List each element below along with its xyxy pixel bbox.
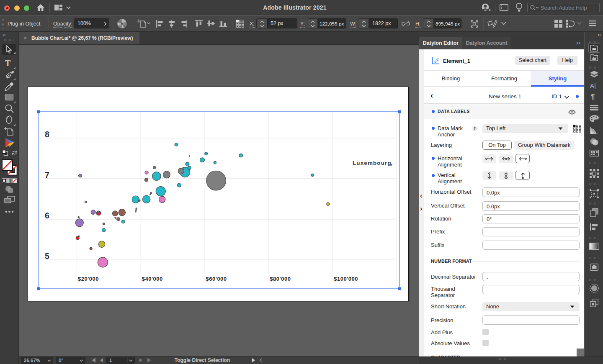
svg-text:5: 5: [45, 251, 49, 261]
svg-text:$60'000: $60'000: [206, 276, 227, 282]
svg-text:7: 7: [45, 170, 49, 179]
svg-text:8: 8: [45, 130, 49, 139]
svg-text:$40'000: $40'000: [142, 276, 163, 282]
svg-text:Luxembourg: Luxembourg: [353, 160, 392, 166]
svg-text:$80'000: $80'000: [270, 276, 291, 282]
svg-text:6: 6: [45, 211, 49, 220]
svg-text:$20'000: $20'000: [78, 276, 99, 282]
svg-text:$100'000: $100'000: [334, 276, 358, 282]
